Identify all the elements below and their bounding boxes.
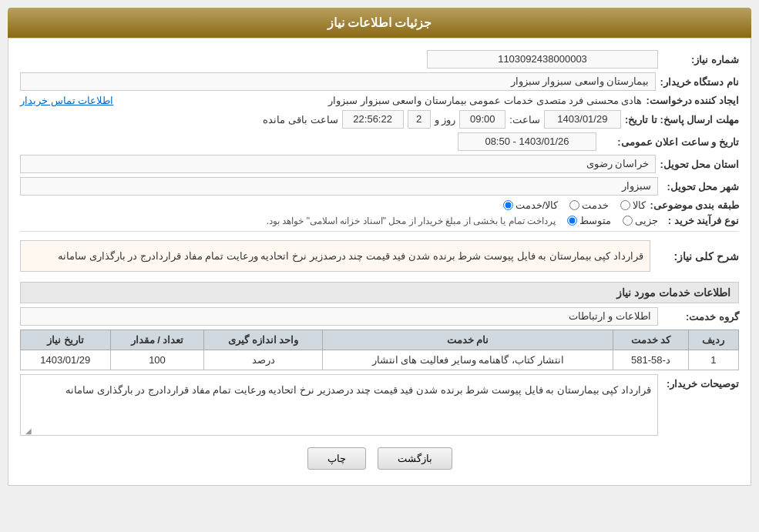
- radio-mottasat-text: متوسط: [579, 215, 611, 226]
- radio-kala-khadamat-text: کالا/خدمت: [516, 199, 559, 211]
- tarikh-elaan-value: 1403/01/26 - 08:50: [458, 132, 596, 151]
- table-cell-3: درصد: [204, 350, 323, 370]
- ijad-konande-value: هادی محسنی فرد متصدی خدمات عمومی بیمارست…: [117, 95, 642, 106]
- table-cell-4: 100: [110, 350, 204, 370]
- nooe-farayand-label: نوع فرآیند خرید :: [662, 215, 739, 226]
- back-button[interactable]: بازگشت: [378, 447, 452, 470]
- radio-mottasat[interactable]: [567, 216, 577, 226]
- row-shahr: شهر محل تحویل: سبزوار: [20, 177, 739, 196]
- grohe-khadamat-value: اطلاعات و ارتباطات: [20, 307, 658, 326]
- tarikh-elaan-label: تاریخ و ساعت اعلان عمومی:: [600, 136, 739, 148]
- buyer-desc-value: قرارداد کپی بیمارستان به فایل پیوست شرط …: [20, 374, 658, 436]
- radio-kala-khadamat[interactable]: [503, 200, 513, 210]
- resize-handle: ◢: [22, 424, 32, 433]
- shomara-niaz-label: شماره نیاز:: [662, 54, 739, 65]
- row-nooe-farayand: نوع فرآیند خرید : جزیی متوسط پرداخت تمام…: [20, 215, 739, 226]
- radio-kala[interactable]: [620, 200, 630, 210]
- shahr-value: سبزوار: [20, 177, 658, 196]
- print-button[interactable]: چاپ: [307, 447, 366, 470]
- shomara-niaz-value: 1103092438000003: [427, 50, 658, 69]
- table-cell-0: 1: [688, 350, 738, 370]
- ostan-label: استان محل تحویل:: [660, 159, 739, 170]
- services-section-title: اطلاعات خدمات مورد نیاز: [20, 282, 739, 303]
- page-header: جزئیات اطلاعات نیاز: [8, 8, 751, 38]
- saat-mande-label: ساعت باقی مانده: [263, 114, 338, 125]
- rooz-label: روز و: [435, 114, 456, 125]
- radio-khadamat-text: خدمت: [582, 199, 609, 211]
- countdown: 22:56:22: [342, 110, 404, 129]
- buyer-desc-label: توصیحات خریدار:: [662, 378, 739, 390]
- contact-link[interactable]: اطلاعات تماس خریدار: [20, 95, 113, 106]
- row-name-dastgah: نام دستگاه خریدار: بیمارستان واسعی سبزوا…: [20, 72, 739, 91]
- mohlat-time: 09:00: [459, 110, 505, 129]
- col-vahed: واحد اندازه گیری: [204, 330, 323, 350]
- mohlat-date: 1403/01/29: [544, 110, 621, 129]
- grohe-khadamat-label: گروه خدمت:: [662, 311, 739, 323]
- radio-kala-label[interactable]: کالا: [620, 199, 646, 211]
- radio-kala-khadamat-label[interactable]: کالا/خدمت: [503, 199, 559, 211]
- row-mohlat: مهلت ارسال پاسخ: تا تاریخ: 1403/01/29 سا…: [20, 110, 739, 129]
- ijad-konande-label: ایجاد کننده درخواست:: [646, 95, 739, 106]
- sharh-label: شرح کلی نیاز:: [654, 250, 739, 263]
- name-dastgah-value: بیمارستان واسعی سبزوار سبزوار: [20, 72, 656, 91]
- row-sharh: شرح کلی نیاز: قرارداد کپی بیمارستان به ف…: [20, 236, 739, 276]
- radio-jozee-text: جزیی: [635, 215, 658, 226]
- mohlat-rooz: 2: [408, 110, 431, 129]
- row-tarikh-elaan: تاریخ و ساعت اعلان عمومی: 1403/01/26 - 0…: [20, 132, 739, 151]
- radio-kala-text: کالا: [633, 199, 646, 211]
- page-wrapper: جزئیات اطلاعات نیاز شماره نیاز: 11030924…: [0, 0, 759, 532]
- col-radif: ردیف: [688, 330, 738, 350]
- main-content: شماره نیاز: 1103092438000003 نام دستگاه …: [8, 38, 751, 486]
- divider-1: [20, 231, 739, 232]
- tabaqe-radio-group: کالا خدمت کالا/خدمت: [503, 199, 646, 211]
- buttons-row: چاپ بازگشت: [20, 447, 739, 470]
- col-nam: نام خدمت: [323, 330, 613, 350]
- radio-khadamat-label[interactable]: خدمت: [569, 199, 609, 211]
- col-kod: کد خدمت: [613, 330, 688, 350]
- table-cell-2: انتشار کتاب، گاهنامه وسایر فعالیت های ان…: [323, 350, 613, 370]
- row-shomara-niaz: شماره نیاز: 1103092438000003: [20, 50, 739, 69]
- col-tedad: تعداد / مقدار: [110, 330, 204, 350]
- table-cell-1: د-58-581: [613, 350, 688, 370]
- row-grohe-khadamat: گروه خدمت: اطلاعات و ارتباطات: [20, 307, 739, 326]
- services-table: ردیف کد خدمت نام خدمت واحد اندازه گیری ت…: [20, 330, 739, 370]
- radio-khadamat[interactable]: [569, 200, 579, 210]
- farayand-note: پرداخت تمام یا بخشی از مبلغ خریدار از مح…: [267, 216, 556, 226]
- col-tarikh: تاریخ نیاز: [21, 330, 111, 350]
- shahr-label: شهر محل تحویل:: [662, 181, 739, 192]
- radio-jozee-label[interactable]: جزیی: [623, 215, 658, 226]
- farayand-radio-group: جزیی متوسط: [567, 215, 658, 226]
- sharh-value: قرارداد کپی بیمارستان به فایل پیوست شرط …: [20, 240, 650, 272]
- radio-mottasat-label[interactable]: متوسط: [567, 215, 611, 226]
- time-label: ساعت:: [509, 114, 540, 125]
- table-cell-5: 1403/01/29: [21, 350, 111, 370]
- row-buyer-desc: توصیحات خریدار: قرارداد کپی بیمارستان به…: [20, 374, 739, 436]
- radio-jozee[interactable]: [623, 216, 633, 226]
- header-title: جزئیات اطلاعات نیاز: [327, 16, 432, 29]
- row-ostan: استان محل تحویل: خراسان رضوی: [20, 155, 739, 173]
- ostan-value: خراسان رضوی: [20, 155, 656, 173]
- row-ijad-konande: ایجاد کننده درخواست: هادی محسنی فرد متصد…: [20, 95, 739, 106]
- table-row: 1د-58-581انتشار کتاب، گاهنامه وسایر فعال…: [21, 350, 739, 370]
- name-dastgah-label: نام دستگاه خریدار:: [660, 76, 739, 88]
- row-tabaqe: طبقه بندی موضوعی: کالا خدمت کالا/خدمت: [20, 199, 739, 211]
- mohlat-label: مهلت ارسال پاسخ: تا تاریخ:: [625, 114, 739, 125]
- tabaqe-label: طبقه بندی موضوعی:: [650, 199, 739, 211]
